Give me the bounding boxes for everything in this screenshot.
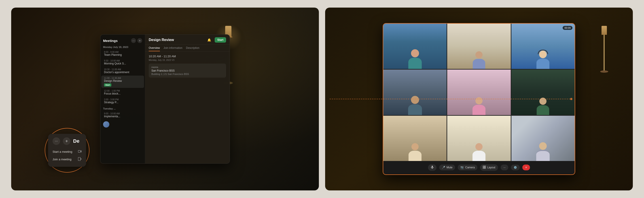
meeting-time: 8:00 - 9:00 AM	[104, 51, 141, 53]
meeting-name: Design Review	[104, 79, 141, 83]
user-avatar	[103, 121, 109, 127]
camera-icon: 📷	[460, 166, 464, 169]
svg-rect-5	[484, 166, 486, 167]
mic-icon: 🎤	[442, 166, 445, 169]
video-cell-6	[512, 70, 575, 115]
camera-button[interactable]: 📷 Camera	[458, 165, 478, 170]
tabs-row: Overview Join information Description	[145, 45, 230, 52]
main-detail-header: Design Review 🔔 Start	[145, 35, 230, 45]
video-cell-8	[447, 116, 510, 161]
svg-rect-6	[483, 168, 484, 169]
bell-icon: 🔔	[207, 38, 211, 42]
app-window: Meetings ··· + Monday July 19, 2023 8:00…	[100, 34, 230, 164]
tab-overview[interactable]: Overview	[149, 46, 160, 51]
right-panel: 00:09	[325, 7, 633, 191]
meeting-item-design-review[interactable]: 11:00 - 11:30 AM Design Review Start	[101, 76, 144, 88]
meeting-timer: 00:09	[562, 26, 572, 30]
video-grid	[383, 24, 575, 161]
video-conference-window: 00:09	[383, 23, 575, 175]
meeting-name: Focus block...	[104, 92, 141, 95]
meeting-item-strategy[interactable]: 2:00 - 3:00 PM Strategy P...	[101, 97, 144, 105]
end-call-icon: ✕	[525, 166, 527, 169]
meeting-time: 2:00 - 3:00 PM	[104, 98, 141, 101]
sidebar-title: Meetings	[103, 39, 118, 43]
meeting-time: 9:00 - 10:00 AM	[104, 112, 141, 115]
sidebar-add-button[interactable]: +	[137, 38, 142, 43]
svg-rect-4	[483, 166, 484, 167]
svg-rect-2	[432, 166, 433, 168]
settings-button[interactable]: ⚙️	[511, 165, 520, 170]
video-toolbar: 🎤 Mute 📷 Camera	[383, 161, 575, 174]
meeting-item-quick-sync[interactable]: 9:30 - 10:00 AM Morning Quick S...	[101, 58, 144, 66]
layout-label: Layout	[487, 166, 495, 169]
video-cell-2	[447, 24, 510, 69]
svg-rect-0	[78, 151, 80, 153]
meeting-time: 10:30 - 11:00 AM	[104, 68, 141, 71]
layout-button[interactable]: Layout	[480, 164, 498, 171]
dots-horizontal-icon: ···	[503, 166, 506, 169]
meeting-time: 9:30 - 10:00 AM	[104, 60, 141, 62]
meeting-item-doctor[interactable]: 10:30 - 11:00 AM Doctor's appointment	[101, 67, 144, 75]
start-meeting-menu-item[interactable]: Start a meeting	[52, 148, 82, 155]
main-header-actions: 🔔 Start	[207, 37, 226, 43]
meeting-name: Team Planning	[104, 53, 141, 56]
meeting-item-implementation[interactable]: 9:00 - 10:00 AM Implementa...	[101, 111, 144, 119]
location-text: Building 1 | 21 San Francisco BSS	[152, 73, 224, 75]
end-call-button[interactable]: ✕	[522, 165, 530, 170]
video-cell-3	[512, 24, 575, 69]
detail-date: Monday, July 19, 2023 V3	[149, 59, 226, 61]
video-cell-7	[383, 116, 446, 161]
grid-icon	[483, 166, 486, 170]
mic-off-icon	[431, 166, 434, 170]
popup-header: ··· + De	[52, 137, 82, 145]
join-meeting-label: Join a meeting	[52, 158, 72, 161]
more-options-button[interactable]: ···	[501, 165, 508, 170]
join-meeting-menu-item[interactable]: Join a meeting	[52, 155, 82, 163]
rooms-detail-block: rooms San Francisco BSS Building 1 | 21 …	[149, 64, 226, 78]
meeting-details: 10:20 AM - 11:20 AM Monday, July 19, 202…	[145, 52, 230, 83]
mute-button[interactable]: 🎤 Mute	[439, 165, 455, 170]
sidebar-date-label: Monday July 19, 2023	[100, 45, 145, 49]
sidebar-header: Meetings ··· +	[100, 37, 145, 45]
camera-label: Camera	[465, 166, 475, 169]
settings-icon: ⚙️	[514, 166, 517, 169]
tab-join-info[interactable]: Join information	[164, 46, 182, 51]
detail-time: 10:20 AM - 11:20 AM	[149, 55, 226, 58]
main-detail-panel: Design Review 🔔 Start Overview Join info…	[145, 35, 230, 163]
meeting-time: 11:00 - 11:30 AM	[104, 77, 141, 79]
meeting-name: Implementa...	[104, 115, 141, 118]
popup-menu: ··· + De Start a meeting	[48, 134, 86, 167]
meeting-name: Morning Quick S...	[104, 62, 141, 65]
popup-circle-container: ··· + De Start a meeting	[45, 128, 90, 173]
video-camera-icon	[78, 150, 82, 154]
app-overlay: Meetings ··· + Monday July 19, 2023 8:00…	[11, 7, 319, 191]
rooms-label: rooms	[152, 66, 224, 69]
main-detail-title: Design Review	[149, 38, 174, 42]
sidebar: Meetings ··· + Monday July 19, 2023 8:00…	[100, 35, 145, 163]
tab-description[interactable]: Description	[186, 46, 200, 51]
sidebar-actions: ··· +	[131, 38, 142, 43]
panels-wrapper: Meetings ··· + Monday July 19, 2023 8:00…	[11, 7, 633, 191]
meeting-item-team-planning[interactable]: 8:00 - 9:00 AM Team Planning	[101, 49, 144, 58]
popup-title-abbrev: De	[73, 138, 80, 144]
meeting-item-focus[interactable]: 12:00 - 1:00 PM Focus block...	[101, 88, 144, 97]
meeting-time: 12:00 - 1:00 PM	[104, 90, 141, 92]
join-icon	[78, 157, 82, 161]
meeting-name: Doctor's appointment	[104, 71, 141, 74]
mic-off-button[interactable]	[428, 164, 436, 171]
start-meeting-button[interactable]: Start	[215, 37, 226, 43]
svg-rect-7	[484, 168, 486, 169]
video-cell-5	[447, 70, 510, 115]
popup-plus-button[interactable]: +	[63, 137, 70, 145]
popup-dots-button[interactable]: ···	[52, 137, 60, 145]
main-layout: Meetings ··· + Monday July 19, 2023 8:00…	[0, 0, 644, 198]
left-panel: Meetings ··· + Monday July 19, 2023 8:00…	[11, 7, 319, 191]
start-meeting-label: Start a meeting	[52, 150, 72, 153]
lamp-right	[600, 26, 608, 73]
video-cell-9	[512, 116, 575, 161]
start-badge: Start	[104, 83, 111, 87]
sidebar-more-button[interactable]: ···	[131, 38, 136, 43]
video-cell-4	[383, 70, 446, 115]
sidebar-date-tuesday: Tuesday ...	[100, 105, 145, 111]
meeting-name: Strategy P...	[104, 101, 141, 104]
